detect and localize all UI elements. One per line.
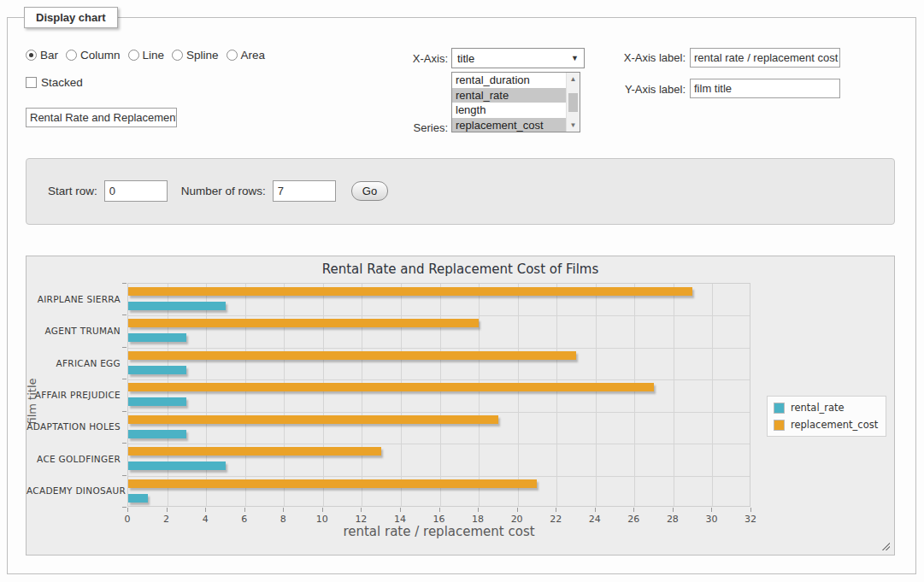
bar-replacement_cost [128,351,576,360]
category-label: AFRICAN EGG [26,358,121,368]
series-option-replacement_cost[interactable]: replacement_cost [452,118,566,133]
x-axis-label-label: X-Axis label: [624,51,686,64]
series-option-length[interactable]: length [452,103,566,118]
row-range-panel: Start row: Number of rows: Go [26,158,895,225]
legend-label: rental_rate [791,402,845,414]
vertical-gridline [479,284,480,506]
listbox-scrollbar[interactable]: ▲ ▼ [566,73,580,132]
series-listbox[interactable]: ▲ ▼ rental_durationrental_ratelengthrepl… [451,72,580,132]
stacked-checkbox-row[interactable]: Stacked [26,76,83,89]
x-axis-tick [750,508,751,512]
chart-legend: rental_ratereplacement_cost [767,396,886,437]
radio-icon[interactable] [172,50,183,61]
number-of-rows-label: Number of rows: [181,185,266,197]
category-label: AGENT TRUMAN [26,326,121,336]
chart-type-radio-bar[interactable]: Bar [26,49,58,62]
vertical-gridline [284,284,285,506]
vertical-gridline [712,284,713,506]
bar-rental_rate [128,302,226,310]
x-axis-title: rental rate / replacement cost [127,524,750,539]
x-axis-tick [517,508,518,512]
scroll-up-icon[interactable]: ▲ [567,73,580,85]
radio-icon[interactable] [128,50,139,61]
x-axis-tick [673,508,674,512]
bar-replacement_cost [128,479,537,488]
stacked-label: Stacked [41,76,83,89]
y-axis-tick [122,347,127,348]
radio-icon[interactable] [227,50,238,61]
bar-rental_rate [128,397,186,406]
x-axis-tick [127,508,128,512]
vertical-gridline [556,284,557,506]
x-axis-label-input[interactable]: rental rate / replacement cost [690,48,840,68]
vertical-gridline [245,284,246,506]
bar-replacement_cost [128,287,692,296]
page: Display chart BarColumnLineSplineArea St… [0,0,924,582]
scroll-down-icon[interactable]: ▼ [567,119,580,132]
chart-type-radio-group: BarColumnLineSplineArea [26,49,265,62]
x-axis-tick [322,508,323,512]
y-axis-label-input[interactable]: film title [690,79,840,98]
y-axis-tick [122,475,127,476]
go-button[interactable]: Go [351,181,388,201]
x-axis-tick [556,508,556,512]
scrollbar-thumb[interactable] [568,93,578,112]
y-axis-tick [122,283,127,284]
chevron-down-icon: ▼ [571,54,579,62]
chart-type-radio-column[interactable]: Column [66,49,121,62]
vertical-gridline [596,284,597,506]
bar-replacement_cost [128,447,381,456]
x-axis-tick [244,508,245,512]
vertical-gridline [323,284,324,506]
x-axis-tick [439,508,440,512]
chart-title-input[interactable]: Rental Rate and Replacement Cost of Film… [26,108,177,127]
vertical-gridline [634,284,635,506]
horizontal-gridline [128,348,750,349]
x-axis-tick [400,508,401,512]
series-option-rental_duration[interactable]: rental_duration [452,73,566,88]
stacked-checkbox[interactable] [26,77,37,88]
start-row-label: Start row: [48,185,97,197]
vertical-gridline [168,284,168,506]
horizontal-gridline [128,444,750,444]
bar-replacement_cost [128,319,479,327]
bar-replacement_cost [128,383,654,391]
x-axis-tick [711,508,712,512]
radio-label: Column [80,49,121,62]
legend-swatch [774,403,785,414]
vertical-gridline [362,284,362,506]
x-axis-tick [595,508,596,512]
x-axis-select[interactable]: title ▼ [451,48,585,68]
chart-type-radio-spline[interactable]: Spline [172,49,219,62]
vertical-gridline [206,284,207,506]
radio-icon[interactable] [66,50,77,61]
y-axis-title: film title [26,359,38,444]
legend-swatch [774,420,785,431]
number-of-rows-input[interactable] [273,180,336,202]
radio-icon[interactable] [26,50,37,61]
horizontal-gridline [128,379,750,380]
horizontal-gridline [128,315,750,316]
resize-handle-icon[interactable] [880,541,890,550]
start-row-input[interactable] [104,180,168,202]
plot-area [127,283,750,507]
chart-container: Rental Rate and Replacement Cost of Film… [26,256,895,556]
x-axis-tick [167,508,168,512]
chart-type-radio-line[interactable]: Line [128,49,165,62]
series-option-rental_rate[interactable]: rental_rate [452,88,566,103]
legend-item-replacement_cost: replacement_cost [774,419,878,431]
x-axis-tick [478,508,479,512]
vertical-gridline [440,284,441,506]
category-label: ADAPTATION HOLES [26,421,121,432]
fieldset-legend: Display chart [24,7,118,28]
legend-label: replacement_cost [791,419,878,431]
radio-label: Line [143,49,165,62]
legend-item-rental_rate: rental_rate [774,402,878,414]
series-select-label: Series: [414,121,448,134]
y-axis-tick [122,443,127,444]
x-axis-tick [361,508,362,512]
vertical-gridline [401,284,402,506]
x-axis-tick [633,508,634,512]
bar-rental_rate [128,333,186,342]
chart-type-radio-area[interactable]: Area [227,49,266,62]
